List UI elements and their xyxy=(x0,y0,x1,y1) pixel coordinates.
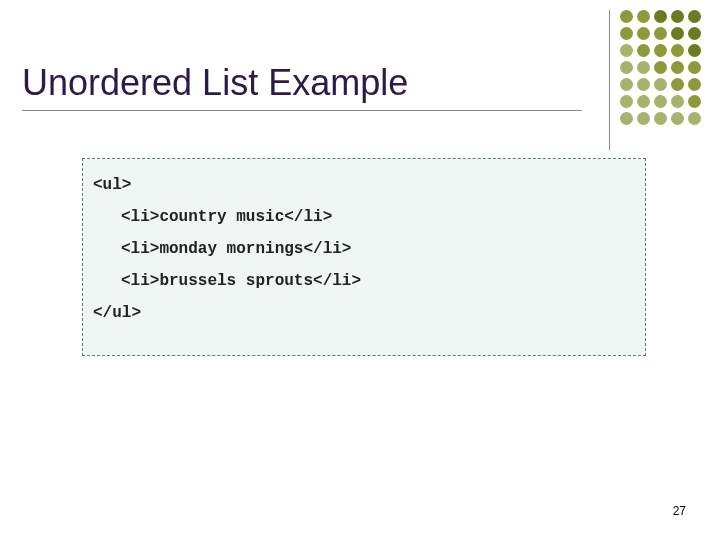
decor-dot xyxy=(654,78,667,91)
decor-dot xyxy=(620,27,633,40)
decor-dot xyxy=(671,10,684,23)
decor-dot xyxy=(671,27,684,40)
decor-dot xyxy=(620,78,633,91)
decor-dot xyxy=(637,78,650,91)
decor-dot xyxy=(654,95,667,108)
corner-decor xyxy=(609,10,702,150)
decor-dot xyxy=(637,10,650,23)
decor-dot xyxy=(637,112,650,125)
page-number: 27 xyxy=(673,504,686,518)
decor-dot xyxy=(637,61,650,74)
decor-dot xyxy=(637,44,650,57)
decor-dot xyxy=(620,112,633,125)
decor-dot xyxy=(637,95,650,108)
decor-dot xyxy=(654,112,667,125)
decor-dot xyxy=(654,61,667,74)
decor-divider xyxy=(609,10,610,150)
decor-dot xyxy=(688,27,701,40)
decor-dot xyxy=(688,10,701,23)
slide-title: Unordered List Example xyxy=(22,62,582,111)
code-line: <li>country music</li> xyxy=(93,209,635,225)
decor-dot xyxy=(620,95,633,108)
decor-dot xyxy=(671,95,684,108)
decor-dot xyxy=(688,44,701,57)
code-line: <li>brussels sprouts</li> xyxy=(93,273,635,289)
code-line: <li>monday mornings</li> xyxy=(93,241,635,257)
code-line: <ul> xyxy=(93,177,635,193)
decor-dot xyxy=(637,27,650,40)
code-line: </ul> xyxy=(93,305,635,321)
decor-dot xyxy=(620,61,633,74)
decor-dot xyxy=(688,61,701,74)
decor-dot xyxy=(654,27,667,40)
decor-dot xyxy=(671,61,684,74)
decor-dot xyxy=(688,112,701,125)
slide: Unordered List Example <ul> <li>country … xyxy=(0,0,720,540)
decor-dot xyxy=(671,112,684,125)
decor-dot xyxy=(688,78,701,91)
decor-dot-grid xyxy=(620,10,702,126)
code-example-box: <ul> <li>country music</li> <li>monday m… xyxy=(82,158,646,356)
decor-dot xyxy=(620,44,633,57)
decor-dot xyxy=(620,10,633,23)
decor-dot xyxy=(654,44,667,57)
decor-dot xyxy=(671,44,684,57)
decor-dot xyxy=(688,95,701,108)
decor-dot xyxy=(654,10,667,23)
decor-dot xyxy=(671,78,684,91)
